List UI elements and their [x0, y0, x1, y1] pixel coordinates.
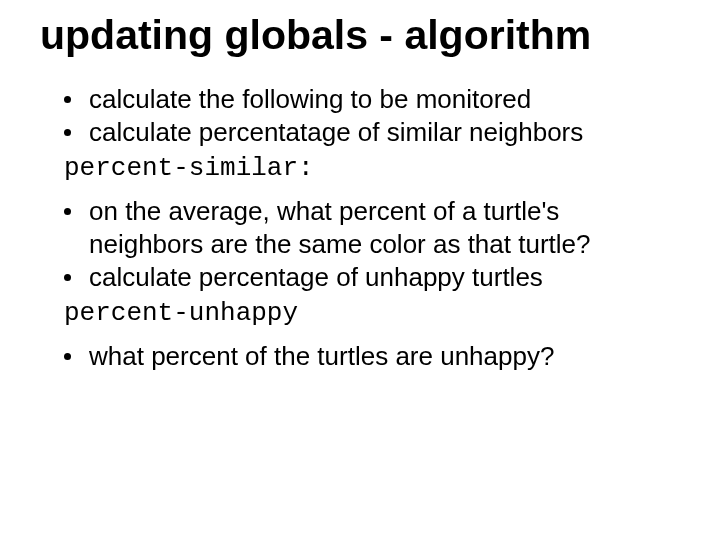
bullet-text: calculate percentage of unhappy turtles: [89, 261, 680, 294]
bullet-item: calculate the following to be monitored: [40, 83, 680, 116]
bullet-text: calculate the following to be monitored: [89, 83, 680, 116]
bullet-icon: [64, 96, 71, 103]
spacer: [40, 332, 680, 340]
spacer: [40, 187, 680, 195]
slide-title: updating globals - algorithm: [40, 12, 680, 59]
slide-body: calculate the following to be monitored …: [40, 83, 680, 373]
bullet-icon: [64, 353, 71, 360]
code-line: percent-similar:: [40, 152, 680, 185]
bullet-icon: [64, 129, 71, 136]
code-line: percent-unhappy: [40, 297, 680, 330]
bullet-icon: [64, 274, 71, 281]
bullet-text: what percent of the turtles are unhappy?: [89, 340, 680, 373]
bullet-item: on the average, what percent of a turtle…: [40, 195, 680, 262]
bullet-item: calculate percentage of unhappy turtles: [40, 261, 680, 294]
bullet-item: calculate percentatage of similar neighb…: [40, 116, 680, 149]
bullet-text: calculate percentatage of similar neighb…: [89, 116, 680, 149]
bullet-text: on the average, what percent of a turtle…: [89, 195, 680, 262]
slide: updating globals - algorithm calculate t…: [0, 0, 720, 373]
bullet-item: what percent of the turtles are unhappy?: [40, 340, 680, 373]
bullet-icon: [64, 208, 71, 215]
